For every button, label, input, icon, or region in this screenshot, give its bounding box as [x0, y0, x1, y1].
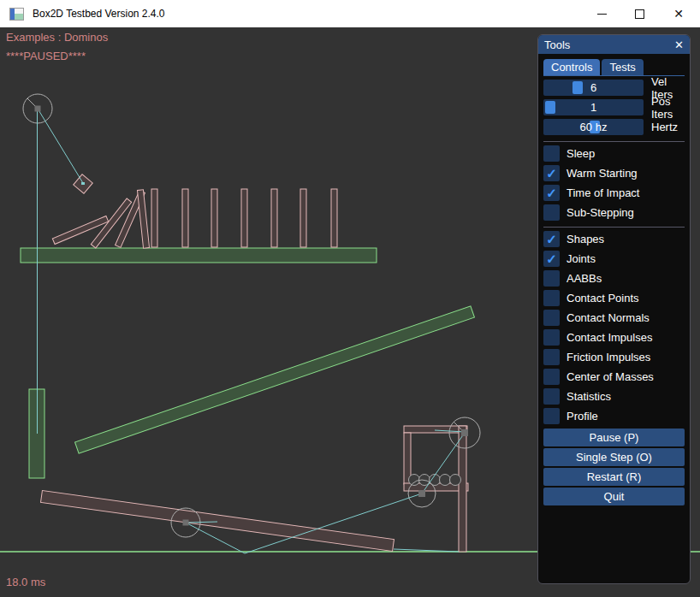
vel-iters-row: 6 Vel Iters: [543, 80, 685, 96]
contact-impulses-checkbox[interactable]: [543, 329, 560, 346]
domino-leaning[interactable]: [137, 190, 149, 248]
time-of-impact-checkbox[interactable]: ✓: [543, 185, 560, 201]
hertz-slider[interactable]: 60 hz: [543, 119, 644, 135]
anchor-square-frame-top: [461, 429, 468, 436]
paused-label: ****PAUSED****: [6, 50, 86, 62]
checkbox-row-contact-points: Contact Points: [543, 290, 685, 306]
tab-tests[interactable]: Tests: [602, 59, 643, 75]
joints-label: Joints: [567, 252, 596, 265]
checkbox-row-sleep: Sleep: [543, 145, 685, 162]
checkbox-row-center-of-masses: Center of Masses: [543, 369, 685, 385]
window-titlebar[interactable]: Box2D Testbed Version 2.4.0 ✕: [0, 0, 700, 27]
statistics-checkbox[interactable]: [543, 388, 560, 405]
time-of-impact-label: Time of Impact: [567, 186, 639, 199]
warm-starting-checkbox[interactable]: ✓: [543, 165, 560, 181]
close-icon: ✕: [673, 7, 684, 21]
vel-iters-slider[interactable]: 6: [543, 80, 644, 96]
separator: [543, 227, 685, 228]
minimize-button[interactable]: [587, 0, 616, 27]
warm-starting-label: Warm Starting: [567, 167, 638, 180]
profile-checkbox[interactable]: [543, 408, 560, 424]
profile-label: Profile: [567, 410, 598, 423]
domino-standing-1[interactable]: [151, 189, 157, 247]
tab-controls[interactable]: Controls: [543, 59, 600, 75]
vel-iters-slider-grab[interactable]: [572, 81, 583, 94]
checkbox-row-time-of-impact: ✓ Time of Impact: [543, 185, 685, 201]
center-of-masses-checkbox[interactable]: [543, 369, 560, 385]
check-icon: ✓: [546, 251, 557, 267]
contact-impulses-label: Contact Impulses: [567, 331, 652, 344]
anchor-dot-box: [81, 182, 85, 185]
sub-stepping-label: Sub-Stepping: [567, 206, 634, 219]
pos-iters-value: 1: [590, 101, 596, 114]
domino-standing-2[interactable]: [182, 189, 188, 247]
maximize-icon: [635, 9, 644, 19]
friction-impulses-checkbox[interactable]: [543, 349, 560, 365]
sleep-checkbox[interactable]: [543, 145, 560, 162]
contact-points-label: Contact Points: [567, 292, 639, 304]
contact-normals-label: Contact Normals: [567, 311, 650, 324]
check-icon: ✓: [546, 185, 557, 201]
tools-panel-titlebar[interactable]: Tools ✕: [538, 35, 690, 54]
check-icon: ✓: [546, 231, 557, 247]
hertz-row: 60 hz Hertz: [543, 119, 685, 135]
sub-stepping-checkbox[interactable]: [543, 204, 560, 221]
frame-time-label: 18.0 ms: [6, 576, 45, 588]
checkbox-row-shapes: ✓ Shapes: [543, 231, 685, 247]
domino-standing-6[interactable]: [300, 189, 306, 247]
checkbox-row-profile: Profile: [543, 408, 685, 424]
tab-bar: Controls Tests: [543, 59, 685, 76]
pos-iters-label: Pos Iters: [651, 95, 685, 121]
domino-standing-4[interactable]: [241, 189, 247, 247]
domino-standing-7[interactable]: [331, 189, 337, 247]
pos-iters-slider[interactable]: 1: [543, 99, 644, 115]
pos-iters-slider-grab[interactable]: [545, 101, 555, 114]
shapes-checkbox[interactable]: ✓: [543, 231, 560, 247]
pos-iters-row: 1 Pos Iters: [543, 99, 685, 115]
checkbox-row-warm-starting: ✓ Warm Starting: [543, 165, 685, 181]
anchor-square-pulley: [35, 106, 41, 112]
aabbs-checkbox[interactable]: [543, 270, 560, 287]
checkbox-row-contact-normals: Contact Normals: [543, 310, 685, 326]
anchor-square-seesaw: [183, 520, 189, 526]
simulation-canvas[interactable]: Examples : Dominos ****PAUSED**** 18.0 m…: [0, 27, 700, 597]
domino-standing-3[interactable]: [211, 189, 217, 247]
example-label: Examples : Dominos: [6, 31, 108, 44]
domino-standing-5[interactable]: [271, 189, 277, 247]
single-step-button[interactable]: Single Step (O): [543, 448, 685, 466]
close-button[interactable]: ✕: [664, 0, 693, 27]
hertz-label: Hertz: [651, 121, 678, 133]
ball-5[interactable]: [450, 475, 461, 486]
app-icon: [9, 8, 24, 21]
ball-1[interactable]: [409, 475, 420, 486]
checkbox-row-sub-stepping: Sub-Stepping: [543, 204, 685, 221]
maximize-button[interactable]: [625, 0, 654, 27]
app-window: Box2D Testbed Version 2.4.0 ✕: [0, 0, 700, 597]
aabbs-label: AABBs: [567, 272, 602, 285]
joint-line-rope: [38, 109, 83, 183]
sleep-label: Sleep: [567, 147, 595, 160]
contact-normals-checkbox[interactable]: [543, 310, 560, 326]
tools-panel-title: Tools: [544, 38, 570, 51]
restart-button[interactable]: Restart (R): [543, 468, 685, 486]
window-title: Box2D Testbed Version 2.4.0: [33, 8, 165, 20]
separator: [543, 141, 685, 142]
checkbox-row-contact-impulses: Contact Impulses: [543, 329, 685, 346]
ball-4[interactable]: [440, 475, 451, 486]
quit-button[interactable]: Quit: [543, 488, 685, 505]
center-of-masses-label: Center of Masses: [567, 370, 654, 383]
pause-button[interactable]: Pause (P): [543, 429, 685, 446]
shapes-label: Shapes: [567, 233, 604, 245]
joints-checkbox[interactable]: ✓: [543, 251, 560, 267]
checkbox-row-friction-impulses: Friction Impulses: [543, 349, 685, 365]
anchor-square-frame-lower: [418, 490, 425, 497]
tools-panel: Tools ✕ Controls Tests 6 Vel Iters: [537, 34, 691, 584]
checkbox-row-statistics: Statistics: [543, 388, 685, 405]
tools-close-icon[interactable]: ✕: [674, 38, 684, 51]
contact-points-checkbox[interactable]: [543, 290, 560, 306]
frame-right-post[interactable]: [459, 426, 466, 552]
checkbox-row-aabbs: AABBs: [543, 270, 685, 287]
minimize-icon: [597, 14, 607, 15]
statistics-label: Statistics: [567, 390, 611, 403]
vel-iters-value: 6: [590, 81, 596, 94]
